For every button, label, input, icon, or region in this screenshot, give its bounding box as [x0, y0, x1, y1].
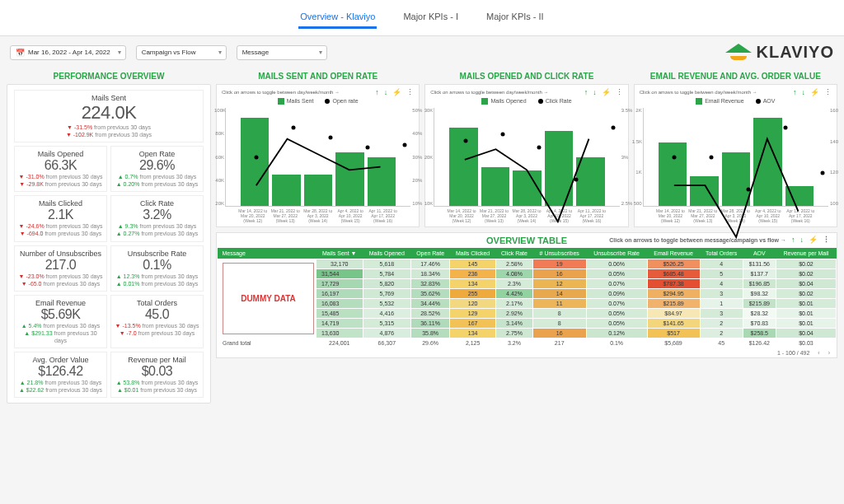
metric-unsubscribe-rate: Unsubscribe Rate0.1%12.3% from previous …: [110, 245, 204, 292]
metric-avg-order-value: Avg. Order Value$126.4221.8% from previo…: [14, 352, 107, 398]
metric-mails-sent: Mails Sent224.0K-31.5% from previous 30 …: [14, 90, 204, 142]
refresh-icon[interactable]: ⚡: [810, 88, 819, 96]
more-icon[interactable]: ⋮: [824, 88, 832, 96]
message-dropdown[interactable]: Message: [237, 45, 327, 60]
toggle-up-icon[interactable]: ↑: [793, 88, 797, 96]
more-icon[interactable]: ⋮: [616, 88, 623, 96]
table-title: OVERVIEW TABLE Click on arrows to toggle…: [217, 233, 837, 248]
refresh-icon[interactable]: ⚡: [392, 88, 401, 96]
toggle-up-icon[interactable]: ↑: [791, 236, 795, 244]
toggle-down-icon[interactable]: ↓: [593, 88, 597, 96]
table-pager: 1 - 100 / 492 ‹ ›: [217, 348, 837, 357]
tab-bar: Overview - Klaviyo Major KPIs - I Major …: [0, 0, 844, 36]
perf-title: PERFORMANCE OVERVIEW: [7, 68, 211, 84]
brand-logo: KLAVIYO: [725, 43, 834, 62]
refresh-icon[interactable]: ⚡: [809, 236, 818, 244]
more-icon[interactable]: ⋮: [406, 88, 414, 96]
more-icon[interactable]: ⋮: [823, 236, 830, 244]
metric-click-rate: Click Rate3.2%9.3% from previous 30 days…: [110, 195, 204, 241]
grand-total-row: Grand total224,00166,30729.6%2,1253.2%21…: [218, 338, 837, 348]
toggle-down-icon[interactable]: ↓: [800, 236, 804, 244]
performance-overview: Mails Sent224.0K-31.5% from previous 30 …: [7, 84, 211, 404]
toggle-up-icon[interactable]: ↑: [375, 88, 379, 96]
overview-table: MessageMails Sent ▼Mails OpenedOpen Rate…: [217, 248, 837, 348]
date-range-dropdown[interactable]: Mar 16, 2022 - Apr 14, 2022: [10, 45, 126, 60]
filter-row: Mar 16, 2022 - Apr 14, 2022 Campaign vs …: [0, 36, 844, 68]
tab-kpi1[interactable]: Major KPIs - I: [401, 7, 460, 29]
metric-mails-opened: Mails Opened66.3K-31.0% from previous 30…: [14, 146, 107, 192]
toggle-down-icon[interactable]: ↓: [384, 88, 388, 96]
page-range: 1 - 100 / 492: [777, 350, 809, 356]
metric-total-orders: Total Orders45.0-13.5% from previous 30 …: [110, 295, 204, 348]
metric-number-of-unsubscribes: Number of Unsubscribes217.0-23.0% from p…: [14, 245, 107, 292]
next-page-icon[interactable]: ›: [828, 350, 830, 356]
refresh-icon[interactable]: ⚡: [602, 88, 611, 96]
table-hint: Click on arrows to toggle between messag…: [609, 237, 786, 243]
metric-revenue-per-mail: Revenue per Mail$0.0353.8% from previous…: [110, 352, 204, 398]
toggle-up-icon[interactable]: ↑: [584, 88, 588, 96]
dummy-data-overlay: DUMMY DATA: [223, 263, 314, 334]
klaviyo-icon: [725, 44, 752, 62]
chart-3: Click on arrows to toggle between day/we…: [634, 84, 837, 227]
toggle-down-icon[interactable]: ↓: [801, 88, 805, 96]
segment-dropdown[interactable]: Campaign vs Flow: [136, 45, 227, 60]
tab-kpi2[interactable]: Major KPIs - II: [485, 7, 546, 29]
overview-table-card: OVERVIEW TABLE Click on arrows to toggle…: [216, 232, 837, 358]
table-row[interactable]: DUMMY DATA32,1705,61817.46%1452.58%190.0…: [218, 259, 837, 269]
brand-name: KLAVIYO: [757, 43, 834, 62]
metric-open-rate: Open Rate29.6%0.7% from previous 30 days…: [110, 146, 204, 192]
metric-mails-clicked: Mails Clicked2.1K-24.6% from previous 30…: [14, 195, 107, 241]
tab-overview[interactable]: Overview - Klaviyo: [298, 7, 377, 29]
chart-1: Click on arrows to toggle between day/we…: [216, 84, 420, 227]
charts-row: MAILS SENT AND OPEN RATEClick on arrows …: [216, 68, 837, 227]
prev-page-icon[interactable]: ‹: [818, 350, 819, 356]
chart-2: Click on arrows to toggle between day/we…: [424, 84, 628, 227]
metric-email-revenue: Email Revenue$5.69K5.4% from previous 30…: [14, 295, 107, 348]
